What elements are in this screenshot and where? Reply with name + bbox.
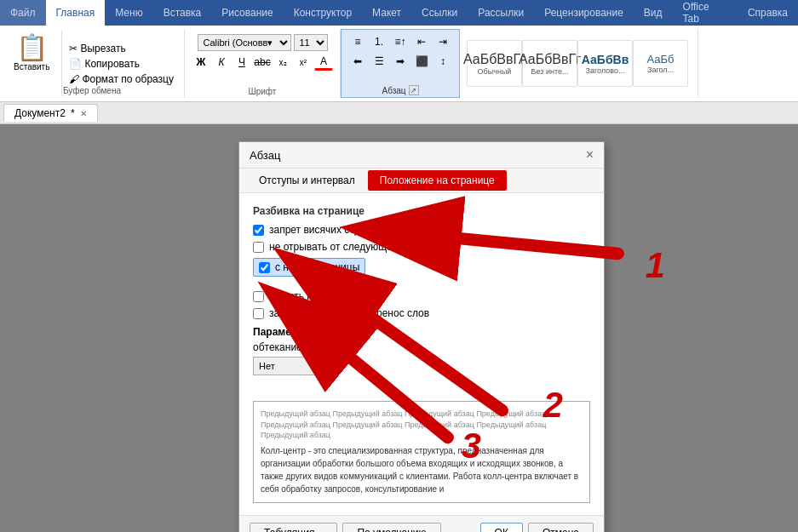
- style-normal-preview: АаБбВвГг: [463, 52, 525, 67]
- style-heading2-preview: АаБб: [646, 53, 674, 66]
- ribbon-tabs: Файл Главная Меню Вставка Рисование Конс…: [0, 0, 798, 26]
- paste-label: Вставить: [14, 62, 49, 72]
- bullets-button[interactable]: ≡: [348, 33, 367, 50]
- page-break-label: с новой страницы: [275, 261, 359, 273]
- cut-label: Вырезать: [80, 43, 125, 54]
- italic-button[interactable]: К: [212, 54, 231, 71]
- paste-icon: 📋: [16, 32, 48, 62]
- doc-tab-document2[interactable]: Документ2 * ✕: [3, 104, 98, 122]
- numbering-button[interactable]: 1.: [370, 33, 388, 50]
- ok-button[interactable]: ОК: [480, 523, 523, 532]
- underline-button[interactable]: Ч: [233, 54, 251, 71]
- style-no-spacing-label: Без инте...: [531, 67, 569, 76]
- tab-help[interactable]: Справка: [738, 0, 798, 26]
- params-sublabel: обтекание по ко...: [253, 341, 590, 353]
- style-no-spacing[interactable]: АаБбВвГг Без инте...: [522, 40, 577, 87]
- tab-office-tab[interactable]: Office Tab: [673, 0, 738, 26]
- align-center-button[interactable]: ☰: [370, 53, 388, 70]
- tabulation-button[interactable]: Табуляция...: [250, 523, 337, 532]
- doc-tab-bar: Документ2 * ✕: [0, 102, 798, 124]
- copy-label: Копировать: [84, 58, 140, 70]
- justify-button[interactable]: ⬛: [412, 53, 431, 70]
- suppress-lines-checkbox[interactable]: [253, 291, 264, 302]
- cancel-button[interactable]: Отмена: [528, 523, 594, 532]
- checkbox-keep-with-next: не отрывать от следующего: [253, 241, 590, 253]
- wrap-select[interactable]: Нет: [253, 357, 330, 375]
- align-left-button[interactable]: ⬅: [348, 53, 367, 70]
- page-break-checkbox-row: с новой страницы: [253, 258, 365, 277]
- subscript-button[interactable]: x₂: [273, 54, 292, 71]
- scissors-icon: ✂: [69, 43, 78, 54]
- checkbox-no-hyphen: запретить авт... ций перенос слов: [253, 307, 590, 319]
- keep-with-next-label: не отрывать от следующего: [269, 241, 401, 253]
- no-hyphen-label: запретить авт... ций перенос слов: [269, 307, 429, 319]
- style-normal[interactable]: АаБбВвГг Обычный: [467, 40, 522, 87]
- clipboard-group-label: Буфер обмена: [63, 86, 121, 95]
- copy-icon: 📄: [69, 58, 82, 70]
- tab-refs[interactable]: Ссылки: [411, 0, 468, 26]
- font-group-label: Шрифт: [249, 87, 277, 96]
- sample-section: Предыдущий абзац Предыдущий абзац Предыд…: [253, 401, 590, 503]
- doc-tab-modified: *: [71, 107, 75, 119]
- tab-menu[interactable]: Меню: [105, 0, 152, 26]
- copy-button[interactable]: 📄 Копировать: [66, 57, 177, 71]
- style-heading1-preview: АаБбВв: [582, 53, 629, 66]
- orphan-control-label: запрет висячих строк: [269, 224, 370, 236]
- modal-footer: Табуляция... По умолчанию ОК Отмена: [239, 515, 604, 532]
- checkbox-suppress-lines: Скрыть нумер... строк: [253, 290, 590, 302]
- suppress-lines-label: Скрыть нумер... строк: [269, 290, 373, 302]
- checkbox-orphan-control: запрет висячих строк: [253, 224, 590, 236]
- superscript-button[interactable]: x²: [294, 54, 313, 71]
- svg-text:1: 1: [646, 245, 665, 285]
- tab-insert[interactable]: Вставка: [153, 0, 212, 26]
- paste-button[interactable]: 📋 Вставить: [7, 31, 56, 73]
- ribbon-body: 📋 Вставить ✂ Вырезать 📄 Копировать 🖌 Фор…: [0, 26, 798, 102]
- modal-tab-page-position[interactable]: Положение на странице: [368, 170, 507, 191]
- tab-file[interactable]: Файл: [0, 0, 46, 26]
- modal-tabs: Отступы и интервал Положение на странице: [239, 169, 604, 193]
- tab-draw[interactable]: Рисование: [211, 0, 283, 26]
- page-break-checkbox[interactable]: [259, 262, 270, 273]
- font-name-select[interactable]: Calibri (Основв▾: [198, 34, 291, 51]
- tab-layout[interactable]: Макет: [362, 0, 411, 26]
- format-painter-label: Формат по образцу: [82, 73, 174, 85]
- default-button[interactable]: По умолчанию: [342, 523, 440, 532]
- bold-button[interactable]: Ж: [192, 54, 210, 71]
- params-section: Параметры надпис... обтекание по ко... Н…: [253, 326, 590, 375]
- page-break-section-title: Разбивка на странице: [253, 205, 590, 217]
- no-hyphen-checkbox[interactable]: [253, 308, 264, 319]
- clipboard-group: 📋 Вставить ✂ Вырезать 📄 Копировать 🖌 Фор…: [0, 29, 185, 98]
- font-group: Calibri (Основв▾ 11 Ж К Ч abc x₂ x² A Шр…: [185, 29, 341, 98]
- tab-mailings[interactable]: Рассылки: [468, 0, 534, 26]
- indent-decrease-button[interactable]: ⇤: [412, 33, 431, 50]
- modal-title: Абзац: [250, 149, 280, 162]
- style-heading2-label: Загол...: [647, 66, 674, 74]
- multilevel-button[interactable]: ≡↑: [391, 33, 410, 50]
- keep-with-next-checkbox[interactable]: [253, 242, 264, 253]
- font-color-button[interactable]: A: [314, 54, 333, 71]
- format-painter-icon: 🖌: [69, 73, 79, 85]
- paragraph-dialog-icon[interactable]: ↗: [409, 85, 419, 95]
- paragraph-group-label: Абзац: [382, 86, 405, 95]
- style-heading1[interactable]: АаБбВв Заголово...: [577, 40, 633, 87]
- tab-design[interactable]: Конструктор: [284, 0, 362, 26]
- modal-tab-indent[interactable]: Отступы и интервал: [246, 169, 368, 193]
- line-spacing-button[interactable]: ↕: [433, 53, 452, 70]
- orphan-control-checkbox[interactable]: [253, 225, 264, 236]
- strikethrough-button[interactable]: abc: [253, 54, 272, 71]
- indent-increase-button[interactable]: ⇥: [433, 33, 452, 50]
- doc-tab-name: Документ2: [14, 107, 66, 119]
- doc-tab-close[interactable]: ✕: [80, 109, 87, 118]
- font-size-select[interactable]: 11: [294, 34, 328, 51]
- style-heading2[interactable]: АаБб Загол...: [633, 40, 688, 87]
- paragraph-group: ≡ 1. ≡↑ ⇤ ⇥ ⬅ ☰ ➡ ⬛ ↕ Абзац ↗: [341, 29, 460, 98]
- modal-body: Разбивка на странице запрет висячих стро…: [239, 193, 604, 515]
- tab-home[interactable]: Главная: [46, 0, 106, 26]
- align-right-button[interactable]: ➡: [391, 53, 410, 70]
- tab-review[interactable]: Рецензирование: [534, 0, 634, 26]
- cut-button[interactable]: ✂ Вырезать: [66, 42, 177, 55]
- paragraph-group-label-bar: Абзац ↗: [382, 85, 418, 95]
- modal-close-button[interactable]: ×: [586, 147, 594, 163]
- style-no-spacing-preview: АаБбВвГг: [519, 52, 581, 67]
- tab-view[interactable]: Вид: [634, 0, 673, 26]
